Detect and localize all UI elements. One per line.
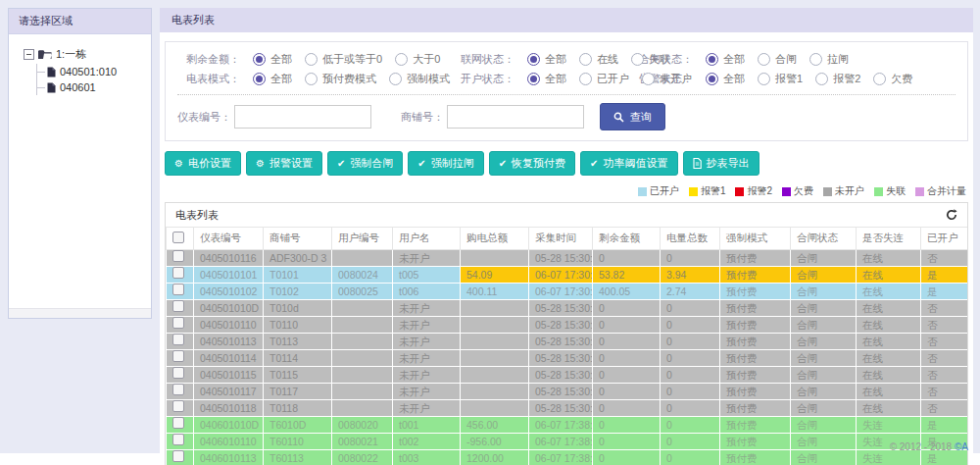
search-button[interactable]: 查询 [600,103,665,130]
radio-option-label: 在线 [597,52,618,67]
legend-label: 报警2 [747,184,772,198]
radio-option-label: 大于0 [413,52,440,67]
filter-group-label: 剩余金额： [177,52,240,67]
action-button-2[interactable]: ⚙报警设置 [246,151,322,176]
action-button-7[interactable]: 抄表导出 [683,151,760,176]
radio-icon[interactable] [389,73,402,85]
radio-option[interactable]: 合闸 [758,52,797,67]
copyright-link[interactable]: ©A [955,441,968,452]
cell: 预付费 [720,367,791,384]
radio-icon[interactable] [527,53,540,66]
meter-no-input[interactable] [234,105,371,129]
shop-no-input[interactable] [447,105,584,129]
radio-option[interactable]: 强制模式 [389,72,450,86]
radio-icon[interactable] [395,53,408,66]
row-checkbox[interactable] [172,317,184,329]
row-checkbox-cell [167,450,194,465]
cell: 0 [661,250,720,267]
tree-node-label: 040501:010 [60,66,117,78]
row-checkbox[interactable] [172,350,184,362]
cell: T010d [264,300,332,317]
radio-icon[interactable] [253,53,266,66]
collapse-icon[interactable] [24,49,34,60]
sidebar-footer [9,308,151,318]
row-checkbox[interactable] [172,384,184,395]
radio-icon[interactable] [253,73,266,85]
radio-icon[interactable] [642,73,655,85]
row-checkbox[interactable] [172,250,184,262]
cell: 0405010118 [194,400,264,417]
radio-icon[interactable] [579,73,592,85]
tree-node[interactable]: 040601 [37,79,145,95]
tree-node-label: 1:一栋 [56,47,86,62]
file-icon [47,82,56,93]
select-all-checkbox[interactable] [172,232,184,243]
radio-option[interactable]: 全部 [706,72,745,86]
radio-option[interactable]: 欠费 [873,72,912,86]
radio-option[interactable]: 报警2 [815,72,860,86]
row-checkbox[interactable] [172,450,184,462]
radio-option[interactable]: 全部 [253,72,292,86]
action-button-5[interactable]: ✔恢复预付费 [489,151,575,176]
row-checkbox[interactable] [172,434,184,445]
action-button-3[interactable]: ✔强制合闸 [327,151,403,176]
action-button-1[interactable]: ⚙电价设置 [165,151,241,176]
action-button-label: 报警设置 [270,156,313,171]
cell: t001 [393,417,461,434]
cell: 0 [661,350,720,367]
radio-icon[interactable] [305,73,318,85]
tree-node-root[interactable]: 1:一栋 [24,47,145,62]
radio-option-label: 低于或等于0 [322,52,382,67]
row-checkbox[interactable] [172,417,184,429]
radio-icon[interactable] [758,53,770,66]
radio-option[interactable]: 低于或等于0 [305,52,382,67]
radio-option[interactable]: 拉闸 [809,52,849,67]
radio-option[interactable]: 已开户 [579,72,629,86]
radio-icon[interactable] [631,53,644,66]
filter-group: 合闸状态：全部合闸拉闸 [630,52,849,67]
cell: 0 [593,450,661,465]
radio-option[interactable]: 预付费模式 [305,72,376,86]
table-row: 0405010114T0114未开户05-28 15:30:0000预付费合闸在… [167,350,969,367]
radio-icon[interactable] [706,73,718,85]
row-checkbox[interactable] [172,300,184,312]
cell: 0 [661,317,720,334]
tree-node[interactable]: 040501:010 [37,64,145,79]
row-checkbox[interactable] [172,400,184,412]
radio-icon[interactable] [706,53,718,66]
cell: 在线 [857,284,921,300]
row-checkbox-cell [167,317,194,334]
radio-option[interactable]: 全部 [527,52,566,67]
cell: 0405010117 [194,384,264,400]
cell: 在线 [857,334,921,350]
radio-option[interactable]: 全部 [253,52,292,67]
legend-item: 已开户 [638,184,679,198]
row-checkbox[interactable] [172,284,184,295]
radio-icon[interactable] [527,73,540,85]
action-button-4[interactable]: ✔强制拉闸 [408,151,483,176]
cell: 0405010114 [194,350,264,367]
cell: 0 [593,300,661,317]
radio-icon[interactable] [579,53,592,66]
refresh-icon[interactable] [946,209,957,221]
radio-option[interactable]: 全部 [706,52,745,67]
cell: 06-07 17:38:00 [529,417,593,434]
radio-icon[interactable] [809,53,822,66]
legend-item: 合并计量 [915,184,966,198]
file-icon [47,67,56,78]
radio-icon[interactable] [815,73,828,85]
filter-group-label: 开户状态： [452,72,514,86]
cell: 未开户 [393,400,461,417]
radio-option[interactable]: 大于0 [395,52,440,67]
radio-option[interactable]: 报警1 [758,72,803,86]
radio-option[interactable]: 全部 [527,72,566,86]
radio-icon[interactable] [758,73,770,85]
radio-icon[interactable] [873,73,886,85]
row-checkbox[interactable] [172,267,184,279]
radio-icon[interactable] [305,53,318,66]
radio-option[interactable]: 在线 [579,52,618,67]
row-checkbox[interactable] [172,367,184,379]
row-checkbox[interactable] [172,334,184,345]
action-button-6[interactable]: ✔功率阈值设置 [580,151,677,176]
cell: 0 [661,334,720,350]
